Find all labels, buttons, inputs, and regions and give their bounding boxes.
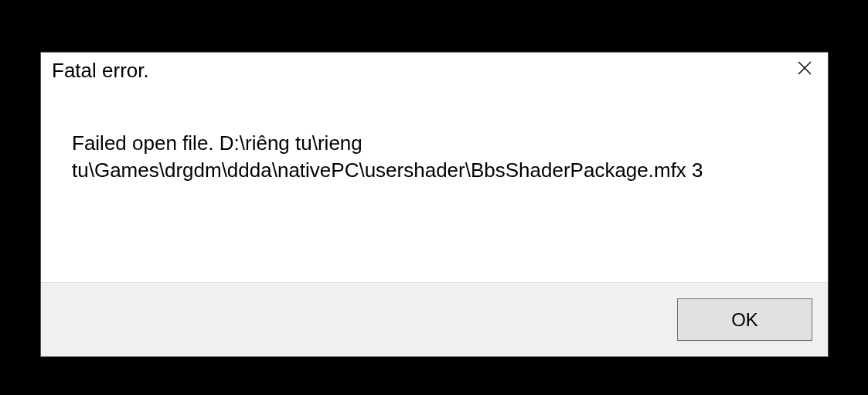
dialog-title: Fatal error. (52, 59, 149, 83)
button-bar: OK (41, 282, 828, 356)
close-icon (797, 60, 812, 76)
titlebar: Fatal error. (41, 53, 828, 83)
ok-button[interactable]: OK (677, 298, 812, 341)
dialog-body: Failed open file. D:\riêng tu\rieng tu\G… (41, 83, 828, 282)
close-button[interactable] (781, 53, 828, 83)
error-message: Failed open file. D:\riêng tu\rieng tu\G… (72, 130, 797, 184)
error-dialog: Fatal error. Failed open file. D:\riêng … (40, 52, 829, 357)
